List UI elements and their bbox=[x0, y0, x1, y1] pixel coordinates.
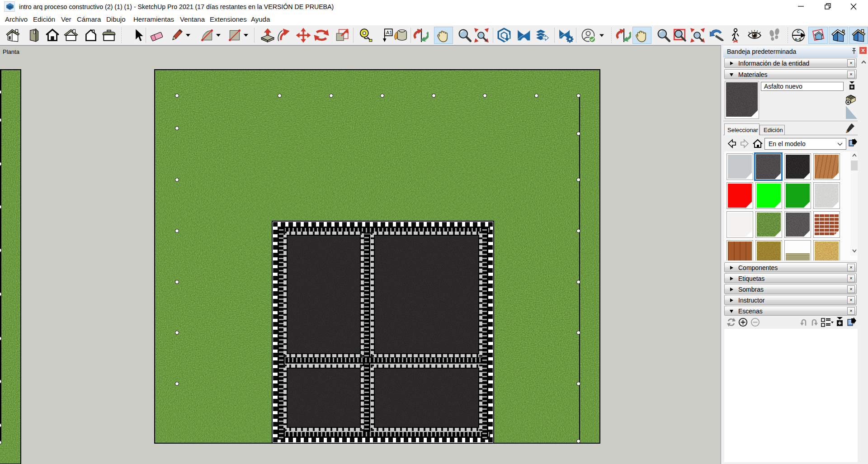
svg-text:C: C bbox=[797, 29, 800, 34]
svg-text:A1: A1 bbox=[386, 30, 392, 35]
svg-text:A-S: A-S bbox=[794, 37, 801, 42]
